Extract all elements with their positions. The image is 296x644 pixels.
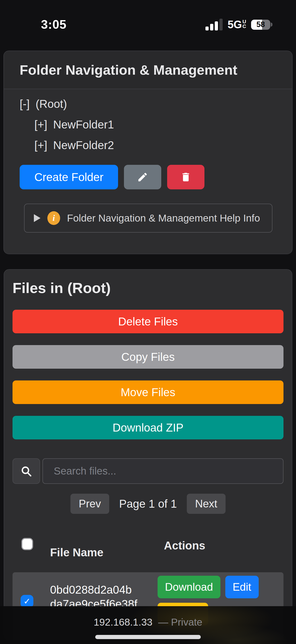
file-table-header: File Name Actions bbox=[12, 535, 284, 566]
row-checkbox-checked[interactable]: ✓ bbox=[21, 595, 33, 608]
battery-percent: 58 bbox=[251, 20, 270, 30]
tree-toggle-expand[interactable]: [+] bbox=[34, 135, 47, 156]
network-label: 5G bbox=[228, 18, 242, 31]
prev-page-button[interactable]: Prev bbox=[70, 494, 109, 514]
folder-actions-row: Create Folder bbox=[20, 165, 276, 189]
edit-file-button[interactable]: Edit bbox=[225, 576, 259, 598]
move-files-button[interactable]: Move Files bbox=[12, 380, 284, 404]
url-host: 192.168.1.33 bbox=[94, 616, 152, 628]
cellular-signal-icon bbox=[205, 19, 223, 30]
status-bar: 3:05 5G UC 58 bbox=[0, 0, 296, 42]
pagination: Prev Page 1 of 1 Next bbox=[12, 494, 284, 514]
download-file-button[interactable]: Download bbox=[158, 576, 220, 598]
tree-item-newfolder1[interactable]: [+] NewFolder1 bbox=[20, 114, 276, 135]
status-indicators: 5G UC 58 bbox=[205, 18, 273, 31]
clock: 3:05 bbox=[41, 18, 66, 32]
delete-files-button[interactable]: Delete Files bbox=[12, 310, 284, 333]
search-icon bbox=[20, 464, 33, 478]
create-folder-button[interactable]: Create Folder bbox=[20, 165, 118, 189]
tree-toggle-expand[interactable]: [+] bbox=[34, 114, 47, 135]
battery-icon: 58 bbox=[251, 20, 270, 30]
next-page-button[interactable]: Next bbox=[187, 494, 226, 514]
file-name-header: File Name bbox=[50, 546, 158, 559]
help-accordion[interactable]: i Folder Navigation & Management Help In… bbox=[24, 204, 273, 232]
files-card-title: Files in (Root) bbox=[12, 270, 284, 296]
private-browsing-label: — Private bbox=[158, 616, 202, 628]
battery-cap bbox=[271, 22, 273, 26]
files-card: Files in (Root) Delete Files Copy Files … bbox=[4, 269, 292, 640]
folder-card-body: [-] (Root) [+] NewFolder1 [+] NewFolder2… bbox=[4, 89, 292, 254]
rename-folder-button[interactable] bbox=[124, 165, 161, 189]
help-summary-label: Folder Navigation & Management Help Info bbox=[67, 212, 260, 224]
search-row bbox=[12, 458, 284, 484]
folder-card-title: Folder Navigation & Management bbox=[4, 51, 292, 89]
pencil-icon bbox=[137, 172, 148, 183]
tree-toggle-collapse[interactable]: [-] bbox=[20, 94, 30, 114]
tree-item-root[interactable]: [-] (Root) bbox=[20, 94, 276, 114]
network-type: 5G UC bbox=[228, 18, 246, 31]
tree-label[interactable]: (Root) bbox=[35, 94, 67, 114]
address-bar[interactable]: 192.168.1.33 — Private bbox=[0, 606, 296, 628]
battery-indicator: 58 bbox=[251, 20, 273, 30]
file-name-text: 0bd0288d2a04b da7ae9ce5f6e38f bbox=[47, 575, 158, 611]
file-name-header-cell: File Name bbox=[47, 535, 158, 566]
tree-label[interactable]: NewFolder2 bbox=[53, 135, 114, 156]
trash-icon bbox=[180, 172, 191, 183]
page-indicator: Page 1 of 1 bbox=[119, 497, 177, 510]
home-indicator[interactable] bbox=[95, 635, 201, 639]
delete-folder-button[interactable] bbox=[167, 165, 204, 189]
actions-header-cell: Actions bbox=[158, 535, 284, 566]
search-button[interactable] bbox=[12, 458, 40, 484]
tree-label[interactable]: NewFolder1 bbox=[53, 114, 114, 135]
info-icon: i bbox=[47, 211, 60, 225]
select-all-checkbox[interactable] bbox=[21, 538, 33, 550]
tree-item-newfolder2[interactable]: [+] NewFolder2 bbox=[20, 135, 276, 156]
copy-files-button[interactable]: Copy Files bbox=[12, 345, 284, 369]
actions-header: Actions bbox=[162, 539, 207, 552]
download-zip-button[interactable]: Download ZIP bbox=[12, 416, 284, 440]
network-sub-label: UC bbox=[243, 19, 246, 28]
browser-bottom-bar: 192.168.1.33 — Private bbox=[0, 606, 296, 644]
select-all-cell bbox=[12, 535, 47, 566]
search-input[interactable] bbox=[42, 458, 284, 484]
folder-navigation-card: Folder Navigation & Management [-] (Root… bbox=[3, 50, 293, 254]
disclosure-triangle-icon bbox=[34, 214, 40, 222]
